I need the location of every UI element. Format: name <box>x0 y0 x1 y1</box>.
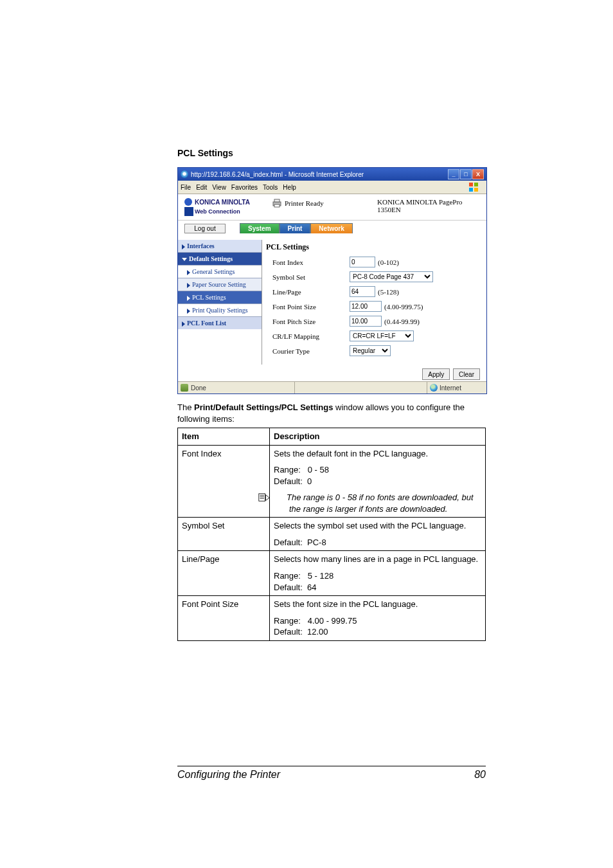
side-nav: Interfaces Default Settings General Sett… <box>178 240 262 365</box>
description-table: Item Description Font Index Sets the def… <box>177 428 486 641</box>
input-font-index[interactable] <box>350 257 375 267</box>
menu-favorites[interactable]: Favorites <box>231 184 258 191</box>
select-symbol-set[interactable]: PC-8 Code Page 437 <box>350 271 433 282</box>
pagescope-label: Web Connection <box>195 208 240 215</box>
footer-section: Configuring the Printer <box>177 769 280 781</box>
nav-interfaces[interactable]: Interfaces <box>178 240 262 252</box>
desc-line: Sets the default font in the PCL languag… <box>274 448 481 460</box>
section-heading: PCL Settings <box>177 148 486 158</box>
logo-circle-icon <box>184 198 192 206</box>
globe-icon <box>430 384 438 392</box>
clear-button[interactable]: Clear <box>453 368 480 380</box>
nav-label: General Settings <box>192 268 235 275</box>
maximize-button[interactable]: □ <box>460 169 472 179</box>
printer-icon <box>272 198 282 208</box>
menu-help[interactable]: Help <box>283 184 296 191</box>
desc-line: Selects the symbol set used with the PCL… <box>274 520 481 532</box>
label-font-pitch: Font Pitch Size <box>266 318 350 325</box>
desc-line: Range: 5 - 128 <box>274 570 481 582</box>
page-footer: Configuring the Printer 80 <box>177 766 486 781</box>
ie-icon <box>181 170 188 178</box>
cell-desc: Sets the default font in the PCL languag… <box>270 445 486 518</box>
browser-window: http://192.168.6.24/a_index.html - Micro… <box>177 167 487 394</box>
label-font-index: Font Index <box>266 258 350 266</box>
cell-item: Symbol Set <box>178 518 270 551</box>
triangle-right-icon <box>187 283 190 288</box>
menu-bar: File Edit View Favorites Tools Help <box>178 181 486 194</box>
desc-line: Range: 4.00 - 999.75 <box>274 615 481 627</box>
nav-default-settings[interactable]: Default Settings <box>178 252 262 265</box>
menu-file[interactable]: File <box>181 184 191 191</box>
svg-rect-2 <box>469 188 473 192</box>
select-courier[interactable]: Regular <box>350 345 391 356</box>
cell-desc: Sets the font size in the PCL language. … <box>270 596 486 641</box>
desc-line: Range: 0 - 58 <box>274 464 481 476</box>
nav-paper-source[interactable]: Paper Source Setting <box>178 278 262 291</box>
label-courier: Courier Type <box>266 347 350 355</box>
input-line-page[interactable] <box>350 286 375 297</box>
cell-item: Font Point Size <box>178 596 270 641</box>
window-title: http://192.168.6.24/a_index.html - Micro… <box>191 171 448 178</box>
label-symbol-set: Symbol Set <box>266 273 350 281</box>
printer-status: Printer Ready <box>285 199 324 207</box>
tab-network[interactable]: Network <box>310 223 352 233</box>
triangle-down-icon <box>182 258 187 261</box>
triangle-right-icon <box>182 244 185 249</box>
th-description: Description <box>270 428 486 446</box>
select-crlf[interactable]: CR=CR LF=LF <box>350 330 414 341</box>
status-text: Done <box>191 384 206 392</box>
apply-button[interactable]: Apply <box>422 368 450 380</box>
hint-font-pitch: (0.44-99.99) <box>384 318 420 325</box>
minimize-button[interactable]: _ <box>448 169 459 179</box>
input-font-pitch[interactable] <box>350 316 382 327</box>
note-text: The range is 0 - 58 if no fonts are down… <box>287 493 474 514</box>
label-font-point: Font Point Size <box>266 303 350 311</box>
settings-form: PCL Settings Font Index (0-102) Symbol S… <box>262 240 486 365</box>
status-bar: Done Internet <box>178 381 486 393</box>
cell-item: Line/Page <box>178 551 270 596</box>
table-row: Font Index Sets the default font in the … <box>178 445 486 518</box>
note: The range is 0 - 58 if no fonts are down… <box>274 492 481 514</box>
cell-desc: Selects how many lines are in a page in … <box>270 551 486 596</box>
zone-text: Internet <box>440 384 461 392</box>
hint-font-point: (4.00-999.75) <box>384 303 423 311</box>
input-font-point[interactable] <box>350 301 382 312</box>
triangle-right-icon <box>187 270 190 275</box>
triangle-right-icon <box>187 296 190 301</box>
nav-label: Print Quality Settings <box>192 307 248 314</box>
tab-print[interactable]: Print <box>280 223 311 233</box>
nav-print-quality[interactable]: Print Quality Settings <box>178 303 262 316</box>
hint-font-index: (0-102) <box>378 258 399 266</box>
triangle-right-icon <box>187 309 190 314</box>
desc-line: Default: PC-8 <box>274 537 481 548</box>
desc-line: Default: 0 <box>274 476 481 487</box>
hint-line-page: (5-128) <box>378 288 399 296</box>
nav-label: PCL Font List <box>187 320 226 327</box>
brand-bar: KONICA MINOLTA Web Connection Printer Re… <box>178 194 486 221</box>
nav-label: PCL Settings <box>192 294 226 301</box>
menu-edit[interactable]: Edit <box>196 184 207 191</box>
note-icon <box>274 493 285 502</box>
vendor-logo: KONICA MINOLTA <box>184 198 268 206</box>
vendor-name: KONICA MINOLTA <box>195 199 250 206</box>
svg-rect-5 <box>274 199 280 202</box>
menu-view[interactable]: View <box>212 184 226 191</box>
svg-rect-3 <box>474 188 478 192</box>
nav-general-settings[interactable]: General Settings <box>178 265 262 278</box>
nav-pcl-settings[interactable]: PCL Settings <box>178 291 262 303</box>
th-item: Item <box>178 428 270 446</box>
desc-line: Sets the font size in the PCL language. <box>274 599 481 610</box>
nav-label: Interfaces <box>187 242 215 249</box>
windows-logo-icon <box>468 182 479 192</box>
svg-rect-6 <box>274 204 280 207</box>
logout-button[interactable]: Log out <box>184 224 226 233</box>
cell-desc: Selects the symbol set used with the PCL… <box>270 518 486 551</box>
nav-pcl-font-list[interactable]: PCL Font List <box>178 316 262 329</box>
window-titlebar: http://192.168.6.24/a_index.html - Micro… <box>178 168 486 181</box>
tab-system[interactable]: System <box>240 223 280 233</box>
close-button[interactable]: X <box>472 169 484 179</box>
menu-tools[interactable]: Tools <box>263 184 278 191</box>
cell-item: Font Index <box>178 445 270 518</box>
form-title: PCL Settings <box>266 242 480 252</box>
triangle-right-icon <box>182 321 185 327</box>
